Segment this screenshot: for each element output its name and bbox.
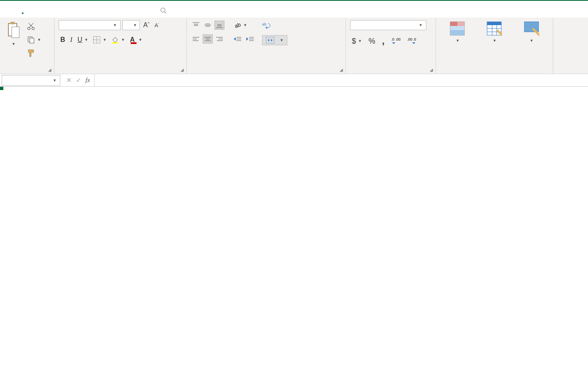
font-color-button[interactable]: A ▼: [128, 34, 144, 45]
decrease-font-button[interactable]: Aˇ: [153, 21, 161, 30]
align-middle-button[interactable]: [203, 21, 213, 30]
percent-format-button[interactable]: %: [367, 36, 377, 47]
svg-rect-65: [524, 22, 539, 32]
italic-button[interactable]: I: [69, 35, 74, 45]
increase-font-button[interactable]: A^: [142, 20, 151, 30]
insert-function-button[interactable]: fx: [85, 77, 90, 84]
svg-point-6: [32, 27, 34, 30]
tab-home[interactable]: [22, 8, 23, 14]
dialog-launcher-icon[interactable]: ◢: [48, 67, 52, 72]
tab-formulas[interactable]: [75, 8, 77, 13]
tab-draw[interactable]: [49, 8, 50, 13]
svg-rect-15: [131, 42, 137, 44]
wrap-text-button[interactable]: ab: [262, 20, 287, 31]
font-size-dropdown[interactable]: ▼: [122, 20, 140, 30]
svg-rect-45: [266, 37, 274, 44]
underline-button[interactable]: U▼: [76, 35, 90, 45]
merge-center-button[interactable]: ▼: [262, 35, 287, 45]
decrease-indent-button[interactable]: [232, 35, 243, 43]
cell-styles-button[interactable]: ▼: [522, 20, 541, 44]
svg-rect-58: [450, 30, 464, 35]
align-center-button[interactable]: [203, 34, 213, 44]
group-label-styles: [440, 71, 549, 73]
copy-button[interactable]: ▼: [25, 34, 43, 45]
svg-text:.0: .0: [413, 37, 416, 41]
tab-page-layout[interactable]: [62, 8, 64, 13]
formula-bar: ▼ ✕ ✓ fx: [0, 74, 588, 87]
ribbon-toolbar: ▼ ▼ ◢ ▼: [0, 18, 588, 74]
scissors-icon: [27, 22, 35, 31]
svg-rect-60: [487, 22, 501, 25]
group-label-font: ◢: [59, 71, 182, 73]
svg-rect-14: [112, 42, 118, 44]
dialog-launcher-icon[interactable]: ◢: [430, 67, 433, 72]
tab-insert[interactable]: [35, 8, 37, 13]
tab-acrobat[interactable]: [142, 8, 144, 13]
spreadsheet-grid[interactable]: [0, 87, 588, 377]
svg-text:ab: ab: [234, 21, 241, 29]
dec-dec-icon: .00.0: [407, 37, 416, 45]
svg-line-8: [28, 23, 33, 27]
tab-review[interactable]: [102, 8, 104, 13]
formula-enter-button[interactable]: ✓: [76, 76, 81, 84]
dialog-launcher-icon[interactable]: ◢: [181, 67, 184, 72]
dialog-launcher-icon[interactable]: ◢: [340, 67, 343, 72]
comma-format-button[interactable]: ,: [380, 34, 386, 48]
font-name-dropdown[interactable]: ▼: [59, 20, 121, 30]
cut-button[interactable]: [25, 21, 43, 32]
tell-me-search[interactable]: [160, 7, 170, 14]
orientation-icon: ab: [234, 21, 241, 29]
name-box[interactable]: ▼: [2, 75, 60, 86]
formula-cancel-button[interactable]: ✕: [66, 76, 72, 84]
group-label-alignment: ◢: [191, 71, 341, 73]
increase-decimal-button[interactable]: .0.00: [389, 36, 402, 46]
format-painter-button[interactable]: [25, 48, 43, 59]
increase-indent-button[interactable]: [245, 35, 255, 43]
align-left-button[interactable]: [191, 34, 201, 44]
paste-button[interactable]: ▼: [4, 20, 23, 47]
svg-rect-56: [457, 22, 464, 26]
paste-icon: [6, 21, 21, 39]
svg-marker-44: [266, 26, 267, 29]
bold-button[interactable]: B: [59, 35, 67, 45]
tab-view[interactable]: [116, 8, 117, 13]
format-as-table-button[interactable]: ▼: [485, 20, 504, 44]
accounting-format-button[interactable]: $▼: [350, 36, 364, 47]
svg-text:.00: .00: [407, 37, 413, 41]
svg-text:.0: .0: [391, 37, 395, 41]
borders-button[interactable]: ▼: [91, 35, 108, 45]
cond-fmt-icon: [449, 21, 465, 36]
fmt-table-icon: [486, 21, 502, 36]
svg-marker-50: [392, 42, 395, 44]
svg-marker-35: [234, 37, 236, 41]
svg-rect-10: [30, 38, 34, 43]
chevron-down-icon: ▼: [12, 42, 15, 46]
align-top-button[interactable]: [191, 21, 201, 30]
fill-color-button[interactable]: ▼: [110, 35, 126, 45]
align-bottom-button[interactable]: [214, 21, 224, 30]
decrease-decimal-button[interactable]: .00.0: [405, 36, 418, 46]
borders-icon: [93, 36, 101, 44]
tab-file[interactable]: [8, 8, 10, 13]
svg-line-7: [29, 23, 34, 27]
search-icon: [160, 7, 167, 14]
outdent-icon: [234, 36, 241, 42]
orientation-button[interactable]: ab▼: [232, 20, 249, 30]
tab-data[interactable]: [89, 8, 90, 13]
svg-text:ab: ab: [262, 22, 266, 26]
formula-input[interactable]: [94, 74, 588, 86]
svg-marker-46: [268, 39, 269, 41]
color-bar-icon: [131, 42, 137, 44]
svg-rect-4: [12, 27, 19, 38]
conditional-formatting-button[interactable]: ▼: [448, 20, 467, 44]
group-label-number: ◢: [350, 71, 431, 73]
number-format-dropdown[interactable]: ▼: [350, 20, 426, 30]
svg-line-1: [165, 12, 166, 13]
svg-text:.00: .00: [395, 37, 400, 41]
brush-icon: [27, 49, 35, 57]
svg-rect-55: [450, 22, 457, 26]
align-right-button[interactable]: [214, 34, 224, 44]
copy-icon: [27, 36, 35, 44]
svg-marker-47: [271, 39, 273, 41]
tab-help[interactable]: [129, 8, 131, 13]
